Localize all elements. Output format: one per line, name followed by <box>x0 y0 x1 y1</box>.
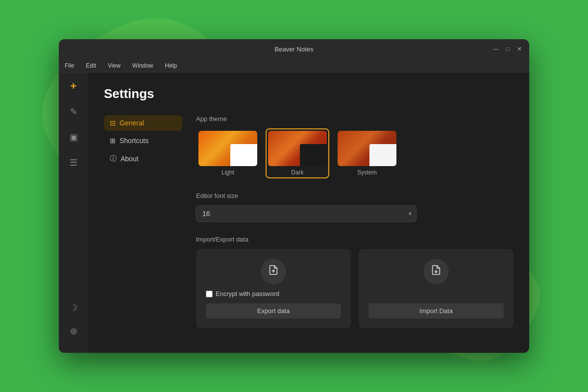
font-size-select-wrapper: 12 14 16 18 20 24 ▾ <box>196 205 416 222</box>
import-card: Import Data <box>359 249 514 328</box>
theme-dark-card[interactable]: Dark <box>266 128 329 178</box>
export-button[interactable]: Export data <box>206 303 341 318</box>
sidebar: + ✎ ▣ ☰ ☽ ⊛ <box>59 73 88 353</box>
shortcuts-icon: ⊞ <box>110 137 116 145</box>
menu-view[interactable]: View <box>106 61 122 70</box>
font-size-select[interactable]: 12 14 16 18 20 24 <box>196 205 416 222</box>
menu-window[interactable]: Window <box>130 61 155 70</box>
settings-layout: ⊟ General ⊞ Shortcuts ⓘ About <box>104 115 514 328</box>
import-icon <box>431 265 441 278</box>
title-bar: Beaver Notes — □ ✕ <box>59 39 529 59</box>
nav-shortcuts-label: Shortcuts <box>120 137 148 145</box>
app-theme-section: App theme Light Dark <box>196 115 514 178</box>
minimize-button[interactable]: — <box>492 45 500 53</box>
nav-general-label: General <box>120 119 144 127</box>
main-area: + ✎ ▣ ☰ ☽ ⊛ Setti <box>59 73 529 353</box>
add-note-button[interactable]: + <box>66 78 81 94</box>
font-size-label: Editor font size <box>196 192 514 199</box>
import-icon-circle <box>423 259 449 284</box>
nav-about-label: About <box>121 155 139 163</box>
sidebar-bottom: ☽ ⊛ <box>66 300 81 347</box>
page-title: Settings <box>104 86 514 101</box>
theme-options: Light Dark System <box>196 128 514 178</box>
sidebar-moon-button[interactable]: ☽ <box>66 300 81 316</box>
panel-icon: ▣ <box>70 132 78 143</box>
settings-page: Settings ⊟ General ⊞ Shortcuts ⓘ About <box>88 73 529 353</box>
about-icon: ⓘ <box>110 154 117 163</box>
app-window: Beaver Notes — □ ✕ File Edit View Window… <box>59 39 529 353</box>
pencil-icon: ✎ <box>70 106 77 117</box>
sidebar-item-pencil[interactable]: ✎ <box>66 104 81 120</box>
encrypt-checkbox[interactable] <box>206 291 213 297</box>
import-button[interactable]: Import Data <box>368 303 504 318</box>
window-title: Beaver Notes <box>275 46 314 53</box>
export-icon-circle <box>261 259 286 284</box>
import-export-section: Import/Export data <box>196 236 514 328</box>
settings-nav: ⊟ General ⊞ Shortcuts ⓘ About <box>104 115 182 328</box>
maximize-button[interactable]: □ <box>504 45 512 53</box>
sidebar-top: + ✎ ▣ ☰ <box>66 78 81 171</box>
encrypt-row: Encrypt with password <box>206 290 279 297</box>
theme-dark-preview <box>268 131 327 166</box>
window-controls: — □ ✕ <box>492 45 523 53</box>
theme-light-preview <box>198 131 257 166</box>
import-export-label: Import/Export data <box>196 236 514 243</box>
app-theme-label: App theme <box>196 115 514 122</box>
theme-system-preview <box>338 131 396 166</box>
font-size-section: Editor font size 12 14 16 18 20 24 ▾ <box>196 192 514 222</box>
menu-file[interactable]: File <box>63 61 76 70</box>
settings-content: App theme Light Dark <box>196 115 514 328</box>
export-icon <box>268 265 279 278</box>
sidebar-item-panel[interactable]: ▣ <box>66 129 81 145</box>
sidebar-shield-button[interactable]: ⊛ <box>66 323 81 339</box>
close-button[interactable]: ✕ <box>515 45 523 53</box>
theme-system-label: System <box>357 169 377 176</box>
nav-item-about[interactable]: ⓘ About <box>104 150 182 167</box>
theme-system-card[interactable]: System <box>335 128 399 178</box>
theme-light-label: Light <box>221 169 234 176</box>
menu-edit[interactable]: Edit <box>84 61 98 70</box>
nav-item-shortcuts[interactable]: ⊞ Shortcuts <box>104 133 182 148</box>
theme-dark-label: Dark <box>291 169 303 176</box>
encrypt-label: Encrypt with password <box>216 290 279 297</box>
sidebar-item-list[interactable]: ☰ <box>66 155 81 171</box>
export-card: Encrypt with password Export data <box>196 249 351 328</box>
import-export-cards: Encrypt with password Export data <box>196 249 514 328</box>
menu-bar: File Edit View Window Help <box>59 59 529 73</box>
moon-icon: ☽ <box>70 302 77 313</box>
nav-item-general[interactable]: ⊟ General <box>104 115 182 131</box>
list-icon: ☰ <box>70 157 77 168</box>
general-icon: ⊟ <box>110 119 116 127</box>
shield-icon: ⊛ <box>70 326 77 337</box>
theme-light-card[interactable]: Light <box>196 128 260 178</box>
menu-help[interactable]: Help <box>163 61 179 70</box>
